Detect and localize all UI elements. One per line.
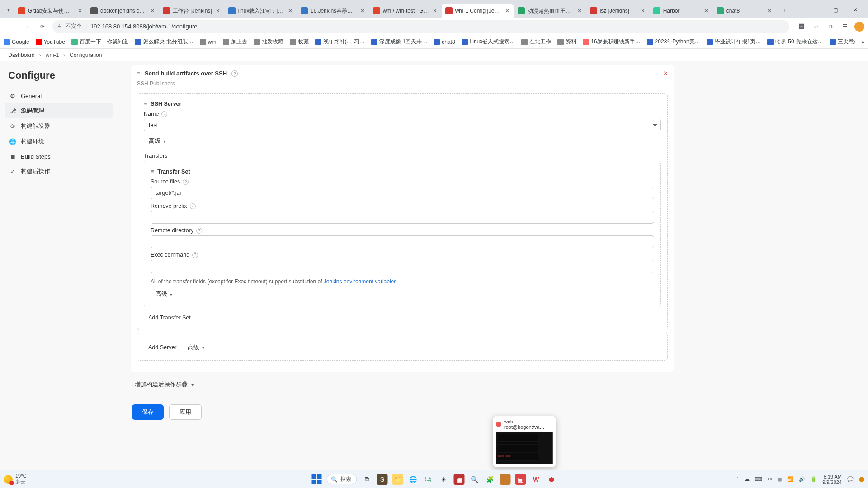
nav-back[interactable]: ←: [4, 20, 16, 33]
bookmark-item[interactable]: 批发收藏: [254, 38, 283, 46]
bookmark-item[interactable]: 百度一下，你就知道: [71, 38, 128, 46]
taskbar-app[interactable]: ⿻: [423, 474, 434, 485]
ssh-server-advanced-button[interactable]: 高级▾: [144, 135, 170, 147]
crumb-dashboard[interactable]: Dashboard: [8, 52, 35, 58]
nav-reload[interactable]: ⟳: [36, 20, 49, 33]
tab-close-icon[interactable]: ✕: [504, 8, 510, 14]
tab-close-icon[interactable]: ✕: [703, 8, 709, 14]
reading-list-icon[interactable]: ☰: [840, 22, 850, 32]
tab-close-icon[interactable]: ✕: [766, 8, 773, 14]
browser-tab[interactable]: Harbor ✕: [650, 4, 713, 18]
sidebar-item[interactable]: ⚙General: [5, 89, 113, 103]
taskbar-preview[interactable]: web - root@bogon:/va… root@bogon ~: [493, 416, 556, 467]
sidebar-item[interactable]: ⟳构建触发器: [5, 118, 113, 134]
browser-tab[interactable]: docker jenkins centos7 … ✕: [87, 4, 159, 18]
taskbar-app[interactable]: ⬢: [546, 474, 557, 485]
browser-tab[interactable]: 16.Jenkins容器构建使用… ✕: [297, 4, 369, 18]
browser-tab[interactable]: linux载入江湖：jenkins… ✕: [225, 4, 297, 18]
start-button[interactable]: [311, 474, 322, 485]
taskbar-app[interactable]: W: [531, 474, 542, 485]
bookmark-star-icon[interactable]: ☆: [811, 22, 821, 32]
apply-button[interactable]: 应用: [169, 404, 202, 420]
bookmark-item[interactable]: 加上去: [223, 38, 247, 46]
sidebar-item[interactable]: ⎇源码管理: [5, 103, 113, 118]
drag-handle-icon[interactable]: ≡: [144, 101, 147, 107]
help-icon[interactable]: ?: [196, 228, 202, 234]
crumb-job[interactable]: wm-1: [46, 52, 59, 58]
add-post-build-step-button[interactable]: 增加构建后操作步骤 ▾: [132, 378, 197, 391]
ssh-server-name-select[interactable]: test: [144, 119, 661, 131]
bookmark-item[interactable]: 资料: [557, 38, 576, 46]
taskbar-app[interactable]: S: [377, 474, 388, 485]
add-transfer-set-button[interactable]: Add Transfer Set: [144, 312, 195, 324]
new-tab-button[interactable]: ＋: [778, 4, 791, 16]
help-icon[interactable]: ?: [192, 252, 198, 258]
browser-tab[interactable]: wm-1 Config [Jenkins] ✕: [442, 4, 514, 18]
profile-avatar[interactable]: [854, 22, 864, 32]
task-view-button[interactable]: ⧉: [362, 474, 373, 485]
tab-close-icon[interactable]: ✕: [640, 8, 646, 14]
tray-icon[interactable]: ▤: [777, 476, 782, 482]
save-button[interactable]: 保存: [132, 404, 164, 420]
crumb-config[interactable]: Configuration: [70, 52, 102, 58]
wifi-icon[interactable]: 📶: [787, 476, 793, 482]
volume-icon[interactable]: 🔊: [799, 476, 805, 482]
tab-close-icon[interactable]: ✕: [576, 8, 583, 14]
drag-handle-icon[interactable]: ≡: [137, 70, 140, 77]
bookmark-item[interactable]: 怎么解决-北分组装…: [135, 38, 193, 46]
help-icon[interactable]: ?: [161, 111, 167, 117]
onedrive-icon[interactable]: ☁: [745, 476, 750, 482]
taskbar-app[interactable]: 🔍: [469, 474, 480, 485]
help-icon[interactable]: ?: [190, 203, 196, 209]
bookmarks-overflow[interactable]: »: [861, 39, 864, 45]
browser-tab[interactable]: wm / wm-test · GitLab … ✕: [369, 4, 442, 18]
sidebar-item[interactable]: ≣Build Steps: [5, 149, 113, 164]
extension-icon[interactable]: ⧉: [826, 22, 835, 32]
notifications-icon[interactable]: 💬: [847, 476, 854, 482]
transfer-advanced-button[interactable]: 高级▾: [151, 288, 177, 300]
taskbar-app[interactable]: ✳: [439, 474, 449, 485]
taskbar-search[interactable]: 🔍 搜索: [327, 474, 357, 484]
help-icon[interactable]: ?: [231, 70, 238, 77]
browser-tab[interactable]: Gitlab安装与使用（cent… ✕: [14, 4, 87, 18]
bookmark-item[interactable]: 线年终补(…-习…: [315, 38, 365, 46]
window-minimize[interactable]: ―: [806, 4, 826, 16]
keyboard-icon[interactable]: ⌨: [755, 476, 762, 482]
exec-command-input[interactable]: [151, 260, 654, 273]
drag-handle-icon[interactable]: ≡: [151, 169, 154, 175]
sidebar-item[interactable]: ✓构建后操作: [5, 164, 113, 179]
tray-icon[interactable]: ⬤: [859, 476, 864, 482]
sidebar-item[interactable]: 🌐构建环境: [5, 134, 113, 149]
translate-icon[interactable]: 🅰: [797, 22, 807, 32]
bookmark-item[interactable]: 毕业设计年报1页…: [707, 38, 761, 46]
bookmark-item[interactable]: 深度成像-1回天来…: [371, 38, 428, 46]
remote-directory-input[interactable]: [151, 235, 654, 248]
env-vars-link[interactable]: Jenkins environment variables: [324, 278, 396, 285]
tab-close-icon[interactable]: ✕: [149, 8, 156, 14]
help-icon[interactable]: ?: [183, 179, 189, 185]
taskbar-app[interactable]: [500, 474, 511, 485]
add-server-button[interactable]: Add Server: [144, 342, 181, 353]
address-bar[interactable]: ⚠ 不安全 | 192.168.80.154:8088/job/wm-1/con…: [52, 20, 789, 33]
taskbar-chrome[interactable]: 🌐: [408, 474, 419, 485]
browser-tab[interactable]: 工作台 [Jenkins] ✕: [159, 4, 225, 18]
tab-close-icon[interactable]: ✕: [432, 8, 438, 14]
bookmark-item[interactable]: wm: [200, 39, 217, 45]
bookmark-item[interactable]: 收藏: [290, 38, 309, 46]
bookmark-item[interactable]: 2023年Python完…: [647, 38, 700, 46]
bookmark-item[interactable]: Linux嵌入式搜索…: [462, 38, 515, 46]
publisher-advanced-button[interactable]: 高级▾: [183, 342, 209, 354]
bookmark-item[interactable]: 临界-50-先来在这…: [767, 38, 823, 46]
tab-close-icon[interactable]: ✕: [215, 8, 221, 14]
source-files-input[interactable]: [151, 187, 654, 199]
battery-icon[interactable]: 🔋: [811, 476, 817, 482]
tab-menu-button[interactable]: ▾: [5, 4, 13, 16]
bookmark-item[interactable]: 三尖意想完川卖…: [830, 38, 855, 46]
nav-forward[interactable]: →: [20, 20, 33, 33]
tab-close-icon[interactable]: ✕: [359, 8, 366, 14]
bookmark-item[interactable]: 16岁兼职赚钱新手…: [583, 38, 640, 46]
taskbar-clock[interactable]: 8:19 AM9/9/2024: [822, 474, 842, 485]
taskbar-terminal[interactable]: ▣: [515, 474, 526, 485]
bookmark-item[interactable]: Google: [4, 39, 29, 45]
taskbar-explorer[interactable]: 📁: [392, 474, 403, 485]
